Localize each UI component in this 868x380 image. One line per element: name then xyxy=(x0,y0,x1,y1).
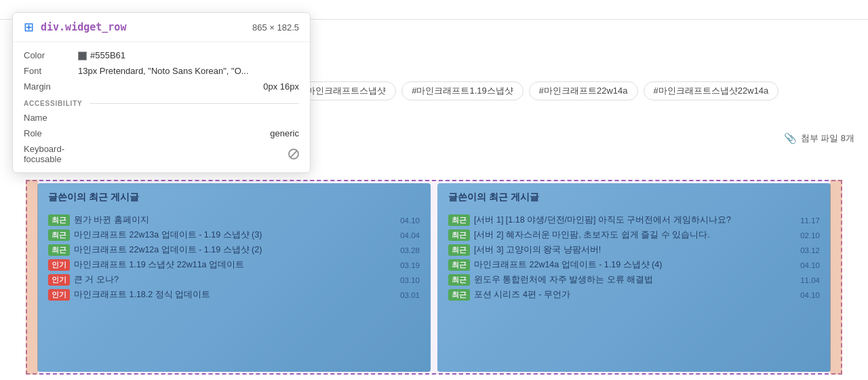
widget-post-row[interactable]: 최근뭔가 바뀐 홈페이지04.10 xyxy=(48,214,420,226)
widget-post-row[interactable]: 최근[서버 3] 고양이의 왕국 냥팜서버!03.12 xyxy=(448,244,820,256)
widget-icon: ⊞ xyxy=(24,20,34,35)
widget-post-row[interactable]: 최근[서버 1] [1.18 야생/던전/마인팜] 아직도 구버전에서 게임하시… xyxy=(448,214,820,226)
inspector-popup: ⊞ div.widget_row 865 × 182.5 Color #555B… xyxy=(12,12,311,173)
post-left: 최근마인크래프트 22w12a 업데이트 - 1.19 스냅샷 (2) xyxy=(48,244,395,256)
attachment-row: 📎 첨부 파일 8개 xyxy=(784,132,854,145)
font-value: 13px Pretendard, "Noto Sans Korean", "O.… xyxy=(78,66,299,76)
tag-item[interactable]: #마인크래프트1.19스냅샷 xyxy=(401,81,524,100)
color-label: Color xyxy=(24,50,78,60)
inspector-keyboard-row: Keyboard-focusable xyxy=(13,141,310,167)
tag-item[interactable]: #마인크래프트스냅샷22w14a xyxy=(644,81,779,100)
inspector-element-tag: div.widget_row xyxy=(41,21,126,33)
post-badge: 최근 xyxy=(448,214,470,226)
post-badge: 최근 xyxy=(48,244,70,256)
keyboard-value xyxy=(78,149,299,160)
post-badge: 인기 xyxy=(48,289,70,301)
post-badge: 최근 xyxy=(448,274,470,286)
color-swatch xyxy=(78,52,87,60)
name-label: Name xyxy=(24,113,78,123)
post-title[interactable]: 포션 시리즈 4편 - 무언가 xyxy=(474,289,795,301)
post-date: 03.12 xyxy=(800,246,820,254)
post-left: 최근[서버 3] 고양이의 왕국 냥팜서버! xyxy=(448,244,795,256)
inspector-role-row: Role generic xyxy=(13,126,310,141)
post-left: 최근[서버 1] [1.18 야생/던전/마인팜] 아직도 구버전에서 게임하시… xyxy=(448,214,795,226)
widget-panel-1: 글쓴이의 최근 게시글최근[서버 1] [1.18 야생/던전/마인팜] 아직도… xyxy=(437,183,831,372)
role-value: generic xyxy=(78,128,299,138)
widget-post-row[interactable]: 최근포션 시리즈 4편 - 무언가04.10 xyxy=(448,289,820,301)
post-left: 최근포션 시리즈 4편 - 무언가 xyxy=(448,289,795,301)
widget-post-row[interactable]: 최근윈도우 통합런처에 자주 발생하는 오류 해결법11.04 xyxy=(448,274,820,286)
post-badge: 최근 xyxy=(448,259,470,271)
inspector-body: Color #555B61 Font 13px Pretendard, "Not… xyxy=(13,42,310,172)
inspector-color-row: Color #555B61 xyxy=(13,48,310,63)
attachment-label: 첨부 파일 8개 xyxy=(801,132,854,145)
attachment-icon: 📎 xyxy=(784,132,797,145)
post-date: 03.19 xyxy=(400,261,420,269)
widget-post-row[interactable]: 최근마인크래프트 22w13a 업데이트 - 1.19 스냅샷 (3)04.04 xyxy=(48,229,420,241)
post-date: 04.10 xyxy=(800,291,820,299)
post-left: 최근윈도우 통합런처에 자주 발생하는 오류 해결법 xyxy=(448,274,795,286)
post-left: 최근[서버 2] 혜자스러운 마인팜, 초보자도 쉽게 즐길 수 있습니다. xyxy=(448,229,795,241)
post-badge: 최근 xyxy=(448,229,470,241)
post-left: 인기마인크래프트 1.18.2 정식 업데이트 xyxy=(48,289,395,301)
inspector-name-row: Name xyxy=(13,110,310,126)
post-title[interactable]: [서버 3] 고양이의 왕국 냥팜서버! xyxy=(474,244,795,256)
not-allowed-icon xyxy=(288,149,299,159)
widget-post-row[interactable]: 인기큰 거 오나?03.10 xyxy=(48,274,420,286)
post-date: 03.28 xyxy=(400,246,420,254)
inspector-size: 865 × 182.5 xyxy=(252,22,299,33)
post-badge: 최근 xyxy=(48,229,70,241)
margin-label: Margin xyxy=(24,81,78,92)
inspector-margin-row: Margin 0px 16px xyxy=(13,79,310,94)
post-date: 11.17 xyxy=(800,216,820,225)
widget-panel-header: 글쓴이의 최근 게시글 xyxy=(48,191,420,208)
tag-item[interactable]: #마인크래프트22w14a xyxy=(529,81,638,100)
post-date: 04.10 xyxy=(400,216,420,225)
post-date: 11.04 xyxy=(800,276,820,284)
post-left: 최근마인크래프트 22w14a 업데이트 - 1.19 스냅샷 (4) xyxy=(448,259,795,271)
post-title[interactable]: 마인크래프트 22w14a 업데이트 - 1.19 스냅샷 (4) xyxy=(474,259,795,271)
post-title[interactable]: [서버 2] 혜자스러운 마인팜, 초보자도 쉽게 즐길 수 있습니다. xyxy=(474,229,795,241)
post-left: 인기큰 거 오나? xyxy=(48,274,395,286)
post-title[interactable]: 마인크래프트 22w12a 업데이트 - 1.19 스냅샷 (2) xyxy=(74,244,395,256)
post-badge: 최근 xyxy=(448,289,470,301)
post-title[interactable]: 마인크래프트 1.18.2 정식 업데이트 xyxy=(74,289,395,301)
widget-post-row[interactable]: 최근마인크래프트 22w14a 업데이트 - 1.19 스냅샷 (4)04.10 xyxy=(448,259,820,271)
post-date: 04.10 xyxy=(800,261,820,269)
post-title[interactable]: 마인크래프트 1.19 스냅샷 22w11a 업데이트 xyxy=(74,259,395,271)
keyboard-label: Keyboard-focusable xyxy=(24,144,78,164)
inspector-header: ⊞ div.widget_row 865 × 182.5 xyxy=(13,13,310,42)
post-title[interactable]: 윈도우 통합런처에 자주 발생하는 오류 해결법 xyxy=(474,274,795,286)
post-left: 최근뭔가 바뀐 홈페이지 xyxy=(48,214,395,226)
post-badge: 인기 xyxy=(48,259,70,271)
widget-container: 글쓴이의 최근 게시글최근뭔가 바뀐 홈페이지04.10최근마인크래프트 22w… xyxy=(37,183,831,372)
widget-post-row[interactable]: 최근마인크래프트 22w12a 업데이트 - 1.19 스냅샷 (2)03.28 xyxy=(48,244,420,256)
widget-post-row[interactable]: 인기마인크래프트 1.19 스냅샷 22w11a 업데이트03.19 xyxy=(48,259,420,271)
widget-post-row[interactable]: 인기마인크래프트 1.18.2 정식 업데이트03.01 xyxy=(48,289,420,301)
post-date: 03.01 xyxy=(400,291,420,299)
section-divider xyxy=(90,103,299,104)
post-title[interactable]: 큰 거 오나? xyxy=(74,274,395,286)
post-title[interactable]: 뭔가 바뀐 홈페이지 xyxy=(74,214,395,226)
accessibility-section-header: ACCESSIBILITY xyxy=(13,94,310,110)
tags-row: #마인크래프트스냅샷#마인크래프트1.19스냅샷#마인크래프트22w14a#마인… xyxy=(292,81,854,100)
margin-value: 0px 16px xyxy=(78,81,299,92)
post-badge: 최근 xyxy=(48,214,70,226)
role-label: Role xyxy=(24,128,78,138)
font-label: Font xyxy=(24,66,78,76)
post-badge: 최근 xyxy=(448,244,470,256)
post-left: 최근마인크래프트 22w13a 업데이트 - 1.19 스냅샷 (3) xyxy=(48,229,395,241)
widget-post-row[interactable]: 최근[서버 2] 혜자스러운 마인팜, 초보자도 쉽게 즐길 수 있습니다.02… xyxy=(448,229,820,241)
post-date: 02.10 xyxy=(800,231,820,240)
post-title[interactable]: 마인크래프트 22w13a 업데이트 - 1.19 스냅샷 (3) xyxy=(74,229,395,241)
widget-panel-0: 글쓴이의 최근 게시글최근뭔가 바뀐 홈페이지04.10최근마인크래프트 22w… xyxy=(37,183,431,372)
widget-panel-header: 글쓴이의 최근 게시글 xyxy=(448,191,820,208)
accessibility-label: ACCESSIBILITY xyxy=(24,100,83,107)
color-value: #555B61 xyxy=(78,50,299,60)
post-badge: 인기 xyxy=(48,274,70,286)
inspector-font-row: Font 13px Pretendard, "Noto Sans Korean"… xyxy=(13,63,310,79)
post-left: 인기마인크래프트 1.19 스냅샷 22w11a 업데이트 xyxy=(48,259,395,271)
post-title[interactable]: [서버 1] [1.18 야생/던전/마인팜] 아직도 구버전에서 게임하시나요… xyxy=(474,214,795,226)
post-date: 04.04 xyxy=(400,231,420,240)
post-date: 03.10 xyxy=(400,276,420,284)
